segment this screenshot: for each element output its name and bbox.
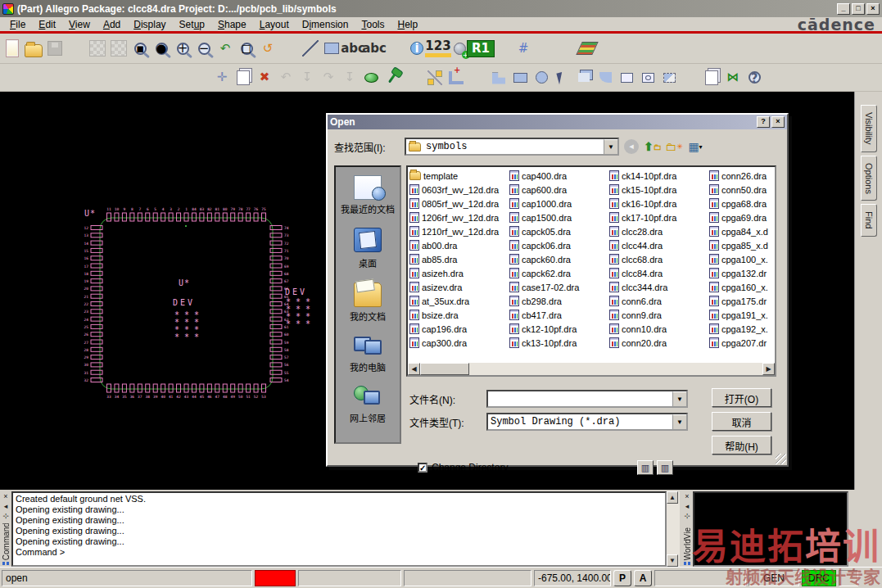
look-in-dropdown-arrow[interactable]: ▼ (604, 139, 617, 154)
toolbar-handle[interactable] (66, 38, 87, 59)
toolbar-handle[interactable] (385, 38, 406, 59)
horizontal-scrollbar[interactable]: ◀ ▶ (408, 363, 775, 375)
file-item[interactable]: case17-02.dra (508, 280, 608, 294)
dialog-close-button[interactable]: × (771, 116, 785, 128)
command-collapse-icon[interactable]: ◂ (4, 502, 8, 510)
menu-tools[interactable]: Tools (355, 18, 391, 31)
shape-manual-void-icon[interactable] (595, 67, 616, 88)
tab-options[interactable]: Options (861, 156, 877, 201)
file-item[interactable]: cpga191_x. (708, 308, 775, 322)
zoom-in-icon[interactable]: + (172, 38, 193, 59)
file-item[interactable]: conn10.dra (608, 322, 708, 336)
place-my-documents[interactable]: 我的文档 (350, 280, 386, 323)
dialog-title-bar[interactable]: Open ? × (328, 115, 787, 129)
file-item[interactable]: at_35ux.dra (408, 294, 508, 308)
command-pin-icon[interactable]: ⊹ (2, 512, 9, 520)
worldview-close-icon[interactable]: × (685, 492, 689, 500)
maximize-button[interactable]: □ (852, 3, 865, 15)
menu-file[interactable]: File (3, 18, 32, 31)
worldview-canvas[interactable] (693, 491, 848, 567)
file-type-combobox[interactable]: Symbol Drawing (*.dra) ▼ (486, 413, 688, 431)
file-item[interactable]: asizeh.dra (408, 266, 508, 280)
file-item[interactable]: cap600.dra (508, 183, 608, 197)
open-drawing-icon[interactable] (23, 38, 44, 59)
edit-text-icon[interactable]: abc (364, 38, 385, 59)
menu-shape[interactable]: Shape (211, 18, 253, 31)
file-item[interactable]: clcc84.dra (608, 266, 708, 280)
file-item[interactable]: cpga84_x.d (708, 224, 775, 238)
cancel-button[interactable]: 取消 (712, 412, 771, 431)
file-item[interactable]: conn6.dra (608, 294, 708, 308)
move-icon[interactable]: ✛ (211, 67, 233, 88)
tab-find[interactable]: Find (861, 204, 877, 236)
file-item[interactable]: capck60.dra (508, 252, 608, 266)
file-item[interactable]: bsize.dra (408, 308, 508, 322)
minimize-button[interactable]: _ (837, 3, 850, 15)
details-view-button[interactable]: ▥ (657, 460, 673, 475)
design-canvas[interactable]: 1110987654321848382818079787776753334353… (0, 92, 854, 490)
worldview-pin-icon[interactable]: ⊹ (684, 512, 690, 520)
file-item[interactable]: capck05.dra (508, 224, 608, 238)
new-folder-button[interactable]: 🗀✳ (665, 138, 683, 156)
color-priority-icon[interactable] (555, 38, 577, 59)
menu-view[interactable]: View (62, 18, 97, 31)
help-button[interactable]: 帮助(H) (712, 436, 771, 455)
color-visibility-icon[interactable] (534, 38, 555, 59)
file-item[interactable]: cap1500.dra (508, 210, 608, 224)
toolbar-handle[interactable] (491, 38, 513, 59)
shape-circle-icon[interactable] (531, 67, 552, 88)
menu-add[interactable]: Add (97, 18, 127, 31)
file-item[interactable]: ck17-10pf.dra (608, 210, 708, 224)
layers-icon[interactable] (577, 38, 598, 59)
command-console[interactable]: Created default ground net VSS.Opening e… (11, 491, 667, 567)
file-list[interactable]: template0603rf_wv_12d.dra0805rf_wv_12d.d… (406, 165, 776, 377)
menu-display[interactable]: Display (127, 18, 172, 31)
help-icon[interactable]: ? (744, 67, 765, 88)
back-button[interactable]: ◂ (622, 138, 640, 156)
dialog-resize-grip[interactable] (776, 454, 786, 464)
file-item[interactable]: cb417.dra (508, 308, 608, 322)
file-item[interactable]: cpga207.dr (708, 336, 775, 349)
redraw-icon[interactable]: ↺ (257, 38, 278, 59)
grid-toggle-icon[interactable] (108, 38, 129, 59)
toolbar-handle[interactable] (403, 67, 424, 88)
next-icon[interactable]: ↧ (339, 67, 360, 88)
file-item[interactable]: capck06.dra (508, 238, 608, 252)
view-menu-button[interactable]: ▦▾ (686, 138, 704, 156)
open-button[interactable]: 打开(O) (712, 388, 771, 407)
refdes-toggle-icon[interactable]: R1 (470, 38, 491, 59)
pick-grid-button[interactable]: P (613, 570, 631, 586)
zoom-world-icon[interactable]: ● (151, 38, 172, 59)
shape-rect-icon[interactable] (509, 67, 531, 88)
look-in-combobox[interactable]: symbols ▼ (405, 138, 619, 156)
shape-polygon-icon[interactable] (488, 67, 509, 88)
file-item[interactable]: cpga132.dr (708, 266, 775, 280)
drag-dots[interactable] (684, 562, 690, 565)
file-item[interactable]: conn20.dra (608, 336, 708, 349)
up-one-level-button[interactable]: ⬆🗀 (644, 138, 662, 156)
file-type-dropdown-arrow[interactable]: ▼ (672, 414, 686, 429)
scrollbar-thumb[interactable] (420, 363, 469, 375)
file-item[interactable]: ck13-10pf.dra (508, 336, 608, 349)
file-item[interactable]: ck12-10pf.dra (508, 322, 608, 336)
vertex-icon[interactable] (446, 67, 467, 88)
scroll-left-arrow[interactable]: ◀ (408, 363, 420, 375)
list-view-button[interactable]: ▥ (637, 460, 654, 475)
file-name-dropdown-arrow[interactable]: ▼ (672, 391, 686, 406)
zoom-selection-icon[interactable]: ◻ (236, 38, 257, 59)
measure-icon[interactable]: 123 (427, 38, 449, 59)
file-item[interactable]: 0603rf_wv_12d.dra (408, 183, 508, 197)
shape-select-icon[interactable] (552, 67, 573, 88)
delete-icon[interactable]: ✖ (254, 67, 275, 88)
file-item[interactable]: ab00.dra (408, 238, 508, 252)
menu-layout[interactable]: Layout (253, 18, 296, 31)
command-vertical-scrollbar[interactable]: ▲ ▼ (667, 491, 680, 567)
new-drawing-icon[interactable] (2, 38, 23, 59)
file-item[interactable]: asizev.dra (408, 280, 508, 294)
file-item[interactable]: conn50.dra (708, 183, 775, 197)
place-network[interactable]: 网上邻居 (350, 384, 386, 424)
file-item[interactable]: cpga85_x.d (708, 238, 775, 252)
file-item[interactable]: cap300.dra (408, 336, 508, 349)
drag-dots[interactable] (2, 562, 9, 565)
file-item[interactable]: 1206rf_wv_12d.dra (408, 210, 508, 224)
